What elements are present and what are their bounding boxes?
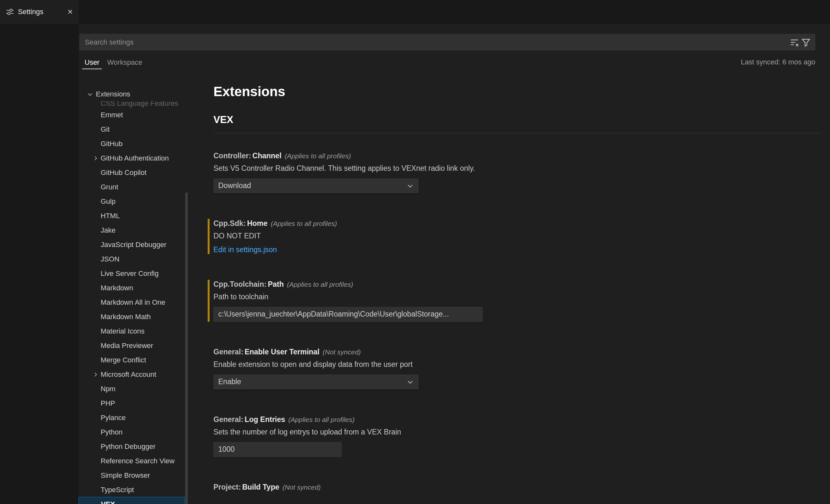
tree-item[interactable]: Markdown Math — [78, 310, 185, 324]
tab-label: Settings — [18, 8, 43, 16]
chevron-right-icon — [93, 155, 98, 161]
tree-item[interactable]: Reference Search View — [78, 454, 185, 468]
scope-row: User Workspace Last synced: 6 mos ago — [79, 50, 815, 74]
tree-item[interactable]: GitHub — [78, 136, 185, 151]
tree-item[interactable]: Jake — [78, 223, 185, 238]
chevron-down-icon — [87, 91, 93, 97]
tree-item[interactable]: Pylance — [78, 410, 185, 425]
setting-cpp-sdk-home: Cpp.Sdk:Home(Applies to all profiles) DO… — [208, 219, 820, 254]
tree-item-vex[interactable]: VEX — [78, 497, 185, 504]
setting-category: Controller: — [214, 152, 251, 160]
setting-cpp-toolchain-path: Cpp.Toolchain:Path(Applies to all profil… — [208, 280, 820, 322]
setting-name: Enable User Terminal — [245, 348, 319, 356]
chevron-down-icon — [407, 182, 414, 189]
tree-item[interactable]: PHP — [78, 396, 185, 410]
tree-item[interactable]: Python Debugger — [78, 439, 185, 454]
setting-description: Enable extension to open and display dat… — [214, 360, 820, 369]
tree-item[interactable]: Markdown All in One — [78, 295, 185, 310]
setting-category: General: — [214, 415, 243, 423]
tree-item[interactable]: Gulp — [78, 194, 185, 209]
chevron-down-icon — [407, 378, 414, 385]
settings-content: Extensions VEX Controller:Channel(Applie… — [188, 74, 830, 504]
tree-item[interactable]: TypeScript — [78, 482, 185, 497]
tab-workspace[interactable]: Workspace — [104, 55, 145, 69]
tree-item[interactable]: Live Server Config — [78, 266, 185, 281]
setting-category: Cpp.Sdk: — [214, 219, 246, 227]
setting-name: Log Entries — [245, 415, 285, 423]
tree-item[interactable]: Grunt — [78, 180, 185, 194]
filter-icon[interactable] — [800, 36, 812, 48]
tree-item[interactable]: Git — [78, 122, 185, 136]
section-title: VEX — [214, 114, 233, 125]
setting-name: Path — [268, 280, 284, 288]
tree-item-extensions[interactable]: Extensions — [78, 87, 185, 101]
tree-item[interactable]: Merge Conflict — [78, 353, 185, 367]
setting-category: Project: — [214, 483, 241, 491]
setting-name: Build Type — [242, 483, 280, 491]
log-entries-input[interactable] — [214, 442, 342, 457]
tree-item[interactable]: JavaScript Debugger — [78, 238, 185, 252]
tree-item[interactable]: JSON — [78, 252, 185, 266]
chevron-right-icon — [93, 372, 98, 377]
setting-project-build-type: Project:Build Type(Not synced) — [208, 482, 820, 492]
tree-item[interactable]: HTML — [78, 209, 185, 223]
tab-settings[interactable]: Settings × — [0, 0, 78, 24]
tree-item[interactable]: Npm — [78, 382, 185, 396]
tree-item[interactable]: Microsoft Account — [78, 367, 185, 382]
page-title: Extensions — [214, 84, 820, 100]
tree-item[interactable]: Material Icons — [78, 324, 185, 338]
tree-item[interactable]: Python — [78, 425, 185, 439]
setting-description: Path to toolchain — [214, 292, 820, 301]
setting-scope: (Applies to all profiles) — [288, 416, 355, 423]
setting-scope: (Applies to all profiles) — [287, 281, 353, 288]
setting-name: Channel — [253, 152, 282, 160]
last-synced-label: Last synced: 6 mos ago — [741, 58, 815, 66]
tree-scrollbar — [185, 74, 188, 504]
search-bar — [79, 34, 815, 50]
scrollbar-thumb[interactable] — [185, 193, 188, 504]
setting-description: Sets V5 Controller Radio Channel. This s… — [214, 164, 820, 173]
setting-scope: (Applies to all profiles) — [285, 152, 351, 160]
setting-scope: (Not synced) — [323, 348, 361, 356]
settings-sliders-icon — [6, 8, 14, 16]
setting-category: Cpp.Toolchain: — [214, 280, 267, 288]
setting-enable-user-terminal: General:Enable User Terminal(Not synced)… — [208, 347, 820, 389]
enable-user-terminal-select[interactable]: Enable — [214, 375, 418, 389]
setting-log-entries: General:Log Entries(Applies to all profi… — [208, 415, 820, 457]
settings-editor: User Workspace Last synced: 6 mos ago Ex… — [78, 24, 830, 504]
tab-user[interactable]: User — [82, 55, 102, 69]
tree-item[interactable]: Emmet — [78, 108, 185, 122]
setting-scope: (Applies to all profiles) — [271, 220, 337, 227]
setting-description: DO NOT EDIT — [214, 231, 820, 240]
tree-item[interactable]: Markdown — [78, 281, 185, 295]
tree-item[interactable]: Media Previewer — [78, 338, 185, 353]
tree-item[interactable]: GitHub Copilot — [78, 165, 185, 180]
setting-scope: (Not synced) — [283, 483, 321, 491]
tree-item[interactable]: Simple Browser — [78, 468, 185, 482]
tab-bar: Settings × — [0, 0, 830, 24]
toolchain-path-input[interactable] — [214, 307, 483, 322]
section-header: VEX — [214, 114, 820, 133]
setting-name: Home — [247, 219, 267, 227]
setting-controller-channel: Controller:Channel(Applies to all profil… — [208, 151, 820, 193]
search-input[interactable] — [84, 38, 789, 47]
close-icon[interactable]: × — [68, 7, 73, 17]
setting-description: Sets the number of log entrys to upload … — [214, 428, 820, 436]
left-rail — [0, 24, 78, 504]
settings-tree: Extensions CSS Language Features Emmet G… — [78, 74, 185, 504]
setting-category: General: — [214, 348, 243, 356]
tree-item[interactable]: GitHub Authentication — [78, 151, 185, 165]
clear-search-icon[interactable] — [789, 36, 800, 48]
edit-in-settings-json-link[interactable]: Edit in settings.json — [214, 246, 277, 254]
channel-select[interactable]: Download — [214, 179, 418, 193]
